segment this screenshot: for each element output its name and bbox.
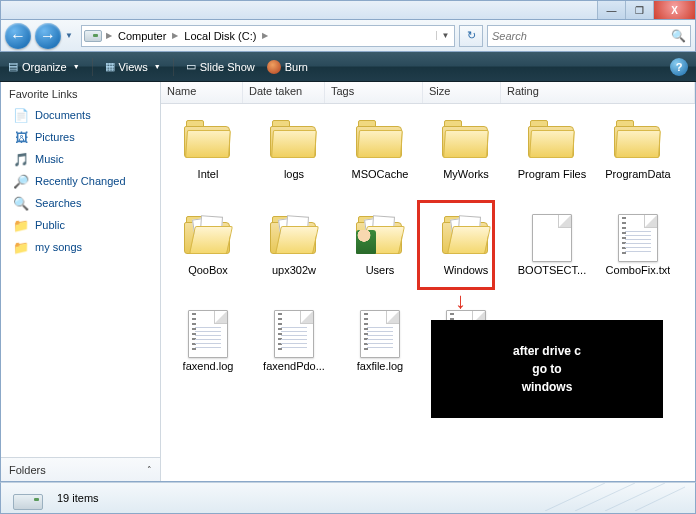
- search-folder-icon: 🔍: [13, 195, 29, 211]
- annotation-text: after drive c: [455, 342, 639, 360]
- decor-lines-icon: [545, 483, 685, 511]
- forward-button[interactable]: →: [35, 23, 61, 49]
- svg-line-3: [635, 487, 685, 511]
- organize-button[interactable]: ▤ Organize ▼: [8, 60, 80, 73]
- search-icon: 🔍: [671, 29, 686, 43]
- breadcrumb-local-disk[interactable]: Local Disk (C:): [180, 26, 260, 46]
- item-label: faxendPdo...: [263, 360, 325, 373]
- sidebar-item-label: Pictures: [35, 131, 75, 143]
- pictures-icon: 🖼: [13, 129, 29, 145]
- sidebar-item-label: Documents: [35, 109, 91, 121]
- search-box[interactable]: 🔍: [487, 25, 691, 47]
- item-users[interactable]: Users: [337, 208, 423, 304]
- item-myworks[interactable]: MyWorks: [423, 112, 509, 208]
- address-bar[interactable]: ▶ Computer ▶ Local Disk (C:) ▶ ▼: [81, 25, 455, 47]
- item-qoobox[interactable]: QooBox: [165, 208, 251, 304]
- sidebar-item-label: Music: [35, 153, 64, 165]
- views-icon: ▦: [105, 60, 115, 73]
- item-windows[interactable]: Windows: [423, 208, 509, 304]
- item-programdata[interactable]: ProgramData: [595, 112, 681, 208]
- sidebar-item-recently-changed[interactable]: 🔎Recently Changed: [5, 170, 156, 192]
- item-faxfile-log[interactable]: faxfile.log: [337, 304, 423, 400]
- sidebar-item-pictures[interactable]: 🖼Pictures: [5, 126, 156, 148]
- item-label: upx302w: [272, 264, 316, 277]
- burn-icon: [267, 60, 281, 74]
- organize-icon: ▤: [8, 60, 18, 73]
- item-combofix-txt[interactable]: ComboFix.txt: [595, 208, 681, 304]
- item-faxend-log[interactable]: faxend.log: [165, 304, 251, 400]
- folder-icon: [442, 214, 490, 262]
- item-msocache[interactable]: MSOCache: [337, 112, 423, 208]
- folder-icon: [270, 214, 318, 262]
- item-intel[interactable]: Intel: [165, 112, 251, 208]
- file-icon: [614, 214, 662, 262]
- navigation-bar: ← → ▼ ▶ Computer ▶ Local Disk (C:) ▶ ▼ ↻…: [0, 20, 696, 52]
- burn-button[interactable]: Burn: [267, 60, 308, 74]
- toolbar-separator: [92, 58, 93, 76]
- toolbar-label: Burn: [285, 61, 308, 73]
- content-pane: Name Date taken Tags Size Rating Intello…: [161, 82, 695, 481]
- sidebar-item-label: Recently Changed: [35, 175, 126, 187]
- column-name[interactable]: Name: [161, 82, 243, 103]
- item-label: Windows: [444, 264, 489, 277]
- recent-icon: 🔎: [13, 173, 29, 189]
- item-upx302w[interactable]: upx302w: [251, 208, 337, 304]
- column-headers: Name Date taken Tags Size Rating: [161, 82, 695, 104]
- folder-icon: 📁: [13, 217, 29, 233]
- item-label: ProgramData: [605, 168, 670, 181]
- history-dropdown[interactable]: ▼: [65, 31, 77, 40]
- item-logs[interactable]: logs: [251, 112, 337, 208]
- refresh-button[interactable]: ↻: [459, 25, 483, 47]
- sidebar-item-documents[interactable]: 📄Documents: [5, 104, 156, 126]
- help-button[interactable]: ?: [670, 58, 688, 76]
- chevron-right-icon: ▶: [104, 31, 114, 40]
- item-label: MyWorks: [443, 168, 489, 181]
- breadcrumb-label: Computer: [118, 30, 166, 42]
- item-program-files[interactable]: Program Files: [509, 112, 595, 208]
- items-grid: IntellogsMSOCacheMyWorksProgram FilesPro…: [161, 104, 695, 481]
- search-input[interactable]: [492, 30, 671, 42]
- folders-toggle[interactable]: Folders ˄: [1, 457, 160, 481]
- status-count: 19 items: [57, 492, 99, 504]
- documents-icon: 📄: [13, 107, 29, 123]
- views-button[interactable]: ▦ Views ▼: [105, 60, 161, 73]
- annotation-arrow-icon: ↓: [455, 288, 466, 314]
- folder-icon: [184, 118, 232, 166]
- music-icon: 🎵: [13, 151, 29, 167]
- annotation-tooltip: after drive c go to windows: [431, 320, 663, 418]
- folder-icon: 📁: [13, 239, 29, 255]
- drive-icon: [13, 486, 45, 510]
- folder-icon: [356, 214, 404, 262]
- slideshow-icon: ▭: [186, 60, 196, 73]
- sidebar-item-music[interactable]: 🎵Music: [5, 148, 156, 170]
- address-dropdown[interactable]: ▼: [436, 31, 454, 40]
- favorites-header: Favorite Links: [1, 82, 160, 104]
- column-rating[interactable]: Rating: [501, 82, 695, 103]
- window-titlebar: — ❐ X: [0, 0, 696, 20]
- chevron-up-icon: ˄: [147, 465, 152, 475]
- svg-line-1: [575, 483, 635, 511]
- file-icon: [270, 310, 318, 358]
- folder-icon: [184, 214, 232, 262]
- dropdown-icon: ▼: [73, 63, 80, 70]
- toolbar-label: Views: [119, 61, 148, 73]
- column-size[interactable]: Size: [423, 82, 501, 103]
- column-date[interactable]: Date taken: [243, 82, 325, 103]
- sidebar-item-public[interactable]: 📁Public: [5, 214, 156, 236]
- folder-icon: [270, 118, 318, 166]
- breadcrumb-computer[interactable]: Computer: [114, 26, 170, 46]
- item-label: Users: [366, 264, 395, 277]
- close-button[interactable]: X: [653, 1, 695, 19]
- back-button[interactable]: ←: [5, 23, 31, 49]
- slideshow-button[interactable]: ▭ Slide Show: [186, 60, 255, 73]
- sidebar-item-my-songs[interactable]: 📁my songs: [5, 236, 156, 258]
- dropdown-icon: ▼: [154, 63, 161, 70]
- maximize-button[interactable]: ❐: [625, 1, 653, 19]
- item-bootsect-[interactable]: BOOTSECT...: [509, 208, 595, 304]
- drive-icon: [82, 30, 104, 42]
- column-tags[interactable]: Tags: [325, 82, 423, 103]
- item-faxendpdo-[interactable]: faxendPdo...: [251, 304, 337, 400]
- chevron-right-icon: ▶: [260, 31, 270, 40]
- sidebar-item-searches[interactable]: 🔍Searches: [5, 192, 156, 214]
- minimize-button[interactable]: —: [597, 1, 625, 19]
